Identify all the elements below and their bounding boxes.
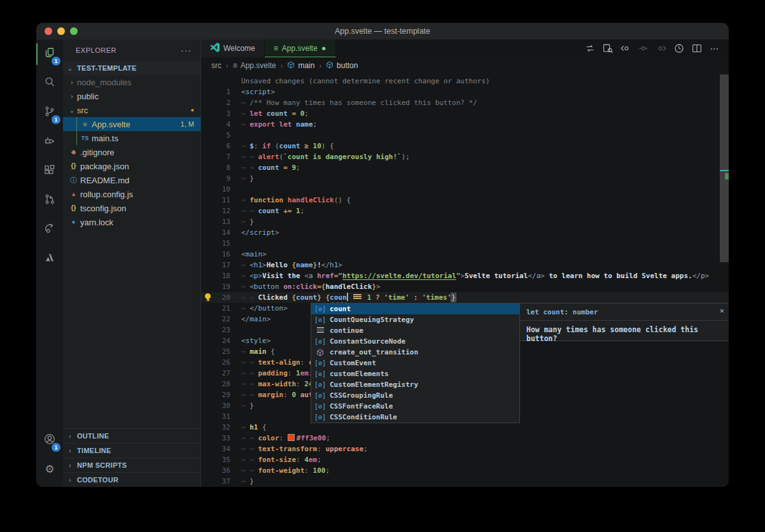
section-timeline[interactable]: ›TIMELINE [63,443,200,458]
breadcrumb-src[interactable]: src [211,61,221,70]
timeline-history-icon[interactable] [671,41,687,56]
activity-bar-accounts[interactable]: 1 [36,426,63,455]
color-swatch[interactable] [288,434,295,441]
tab-app-svelte[interactable]: ≡App.svelte● [265,39,336,57]
code-line-18[interactable]: 18→<p>Visit the <a href="https://svelte.… [201,270,729,281]
title-bar[interactable]: App.svelte — test-template [36,23,729,39]
activity-bar-source-control[interactable]: 1 [36,98,63,127]
code-line-5[interactable]: 5 [201,130,729,141]
code-line-36[interactable]: 36→→font-weight: 100; [201,465,729,476]
file-public[interactable]: ›public [63,89,200,103]
open-changes-icon[interactable] [582,41,598,56]
code-line-2[interactable]: 2→/** How many times has someone clicked… [201,97,729,108]
file-main-ts[interactable]: TSmain.ts [63,131,200,145]
suggestion-create_out_transition[interactable]: create_out_transition [311,347,519,358]
code-line-4[interactable]: 4→export let name; [201,119,729,130]
breadcrumb-main[interactable]: main [287,61,314,71]
code-line-37[interactable]: 37→} [201,476,729,487]
code-editor[interactable]: Unsaved changes (cannot determine recent… [201,74,729,487]
code-line-17[interactable]: 17→<h1>Hello {name}!</h1> [201,260,729,270]
file-package-json[interactable]: {}package.json [63,159,200,173]
suggestion-customelements[interactable]: [⊘]customElements [311,368,519,379]
code-line-10[interactable]: 10 [201,184,729,195]
activity-bar-pull-requests[interactable] [36,186,63,215]
section-outline[interactable]: ›OUTLINE [63,428,200,443]
suggestion-count[interactable]: [⊘]count [311,304,519,314]
scrollbar-slider[interactable] [720,74,729,262]
activity-bar: 11 1⚙ [36,39,63,487]
unchanged-indicator-icon[interactable] [636,41,651,56]
suggestion-continue[interactable]: continue [311,325,519,336]
code-line-7[interactable]: 7→→alert(`count is dangerously high!`); [201,151,729,162]
code-line-14[interactable]: 14</script> [201,227,729,238]
file-app-svelte[interactable]: ≡App.svelte1, M [63,117,200,131]
code-line-16[interactable]: 16<main> [201,249,729,260]
line-number: 20 [215,292,230,303]
git-status-badge: 1, M [181,120,194,128]
line-number: 10 [215,184,230,195]
code-line-11[interactable]: 11→function handleClick() { [201,195,729,206]
code-line-33[interactable]: 33→→color: #ff3e00; [201,433,729,444]
file--gitignore[interactable]: ◆.gitignore [63,145,200,159]
suggestion-customevent[interactable]: [⊘]CustomEvent [311,358,519,368]
more-actions-icon[interactable]: ⋯ [707,41,722,56]
file-yarn-lock[interactable]: ●yarn.lock [63,215,200,229]
activity-bar-settings[interactable]: ⚙ [36,455,63,484]
activity-bar-azure[interactable] [36,244,63,274]
previous-change-icon[interactable] [618,41,633,56]
next-change-icon[interactable] [654,41,669,56]
code-line-8[interactable]: 8→→count = 9; [201,162,729,173]
typescript-file-icon: TS [80,131,90,145]
activity-bar-explorer[interactable]: 1 [36,39,63,69]
code-line-20[interactable]: 20→→Clicked {count} {coun 1 ? 'time' : '… [201,292,729,303]
json-file-icon: {} [68,159,79,173]
code-line-1[interactable]: 1<script> [201,87,729,97]
split-editor-icon[interactable] [689,41,705,56]
symbol-variable-icon: [⊘] [314,305,326,312]
suggestion-constantsourcenode[interactable]: [⊘]ConstantSourceNode [311,336,519,347]
file-src[interactable]: ⌄src● [63,103,200,117]
vertical-scrollbar[interactable] [720,74,729,487]
explorer-more-actions-icon[interactable]: ··· [181,45,192,55]
suggestion-cssfontfacerule[interactable]: [⊘]CSSFontFaceRule [311,401,519,412]
file-node-modules[interactable]: ›node_modules [63,75,200,89]
close-window-button[interactable] [45,27,52,35]
breadcrumb-app-svelte[interactable]: ≡App.svelte [233,61,276,70]
open-preview-icon[interactable] [600,41,615,56]
code-line-19[interactable]: 19→<button on:click={handleClick}> [201,281,729,292]
blame-annotation: Unsaved changes (cannot determine recent… [201,76,729,87]
tab-welcome[interactable]: Welcome [201,39,265,57]
code-line-32[interactable]: 32→h1 { [201,422,729,433]
file-rollup-config-js[interactable]: ▲rollup.config.js [63,187,200,201]
activity-bar-live-share[interactable] [36,215,63,244]
code-line-35[interactable]: 35→→font-size: 4em; [201,454,729,465]
code-line-12[interactable]: 12→→count += 1; [201,206,729,216]
zoom-window-button[interactable] [70,27,78,35]
code-line-9[interactable]: 9→} [201,173,729,184]
suggestion-cssconditionrule[interactable]: [⊘]CSSConditionRule [311,412,519,423]
code-line-6[interactable]: 6→$: if (count ≥ 10) { [201,141,729,151]
activity-bar-extensions[interactable] [36,157,63,186]
section-codetour[interactable]: ›CODETOUR [63,472,200,487]
lightbulb-icon[interactable] [205,293,211,299]
code-line-15[interactable]: 15 [201,238,729,249]
chevron-right-icon: › [66,462,74,469]
file-tsconfig-json[interactable]: {}tsconfig.json [63,201,200,215]
code-line-34[interactable]: 34→→text-transform: uppercase; [201,444,729,454]
workspace-section-header[interactable]: ⌄ TEST-TEMPLATE [63,61,200,75]
chevron-right-icon: › [68,79,76,86]
minimize-window-button[interactable] [57,27,65,35]
suggestion-countqueuingstrategy[interactable]: [⊘]CountQueuingStrategy [311,314,519,325]
badge: 1 [52,115,60,124]
activity-bar-search[interactable] [36,69,63,98]
file-readme-md[interactable]: ⓘREADME.md [63,173,200,187]
section-npm-scripts[interactable]: ›NPM SCRIPTS [63,458,200,472]
line-number: 16 [215,249,230,260]
suggestion-customelementregistry[interactable]: [⊘]CustomElementRegistry [311,379,519,390]
code-line-3[interactable]: 3→let count = 0; [201,108,729,119]
explorer-header: EXPLORER [76,46,116,54]
breadcrumb-button[interactable]: button [326,61,358,71]
activity-bar-run-debug[interactable] [36,127,63,157]
suggestion-cssgroupingrule[interactable]: [⊘]CSSGroupingRule [311,390,519,401]
code-line-13[interactable]: 13→} [201,216,729,227]
